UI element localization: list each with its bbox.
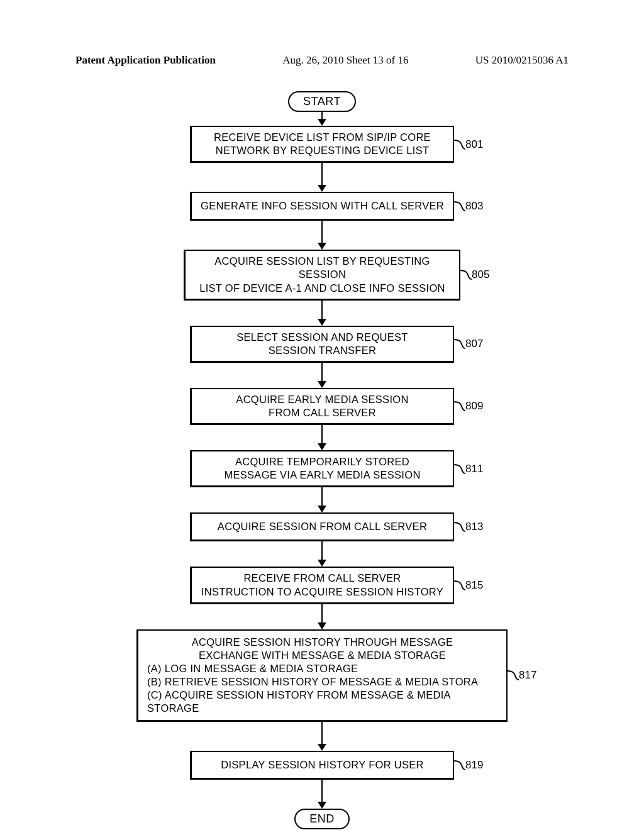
arrow-head-icon: [318, 802, 326, 809]
step-813: ACQUIRE SESSION FROM CALL SERVER 813: [190, 512, 454, 541]
arrow: [318, 604, 326, 629]
arrow-line: [321, 221, 323, 243]
arrow-line: [321, 425, 323, 444]
process-box: RECEIVE DEVICE LIST FROM SIP/IP CORENETW…: [190, 126, 454, 163]
step-811: ACQUIRE TEMPORARILY STOREDMESSAGE VIA EA…: [190, 450, 454, 487]
process-box: RECEIVE FROM CALL SERVERINSTRUCTION TO A…: [190, 567, 454, 604]
step-807: SELECT SESSION AND REQUESTSESSION TRANSF…: [190, 326, 454, 363]
process-box: GENERATE INFO SESSION WITH CALL SERVER: [190, 192, 454, 221]
step-id: 807: [465, 338, 483, 350]
arrow-line: [321, 487, 323, 506]
leader-curve-icon: [454, 759, 465, 772]
arrow-head-icon: [318, 319, 326, 326]
step-817: ACQUIRE SESSION HISTORY THROUGH MESSAGE …: [136, 629, 508, 722]
step-id: 809: [465, 400, 483, 412]
arrow: [318, 221, 326, 250]
arrow-head-icon: [318, 185, 326, 192]
leader-curve-icon: [508, 669, 519, 682]
step-809: ACQUIRE EARLY MEDIA SESSIONFROM CALL SER…: [190, 388, 454, 425]
step-id: 815: [465, 579, 483, 592]
process-box: SELECT SESSION AND REQUESTSESSION TRANSF…: [190, 326, 454, 363]
leader-curve-icon: [454, 521, 465, 533]
process-line: (A) LOG IN MESSAGE & MEDIA STORAGE: [147, 662, 497, 675]
arrow-head-icon: [318, 560, 326, 567]
process-line: EXCHANGE WITH MESSAGE & MEDIA STORAGE: [147, 649, 497, 662]
step-801: RECEIVE DEVICE LIST FROM SIP/IP CORENETW…: [190, 126, 454, 163]
arrow-line: [321, 541, 323, 560]
step-id: 801: [465, 138, 483, 151]
arrow: [318, 363, 326, 388]
process-box: ACQUIRE SESSION FROM CALL SERVER: [190, 512, 454, 541]
arrow: [318, 425, 326, 450]
process-box: ACQUIRE EARLY MEDIA SESSIONFROM CALL SER…: [190, 388, 454, 425]
arrow: [318, 163, 326, 192]
arrow-head-icon: [318, 744, 326, 751]
process-box: ACQUIRE SESSION LIST BY REQUESTING SESSI…: [184, 250, 460, 300]
process-line: (C) ACQUIRE SESSION HISTORY FROM MESSAGE…: [147, 689, 497, 715]
step-id: 811: [465, 463, 483, 475]
arrow-line: [321, 163, 323, 185]
process-line: ACQUIRE SESSION HISTORY THROUGH MESSAGE: [147, 636, 497, 649]
page-header: Patent Application Publication Aug. 26, …: [0, 54, 644, 67]
step-id: 813: [465, 521, 483, 533]
arrow-head-icon: [318, 443, 326, 450]
arrow-head-icon: [318, 506, 326, 512]
arrow: [318, 780, 326, 809]
arrow: [318, 112, 326, 126]
leader-curve-icon: [460, 268, 472, 281]
step-819: DISPLAY SESSION HISTORY FOR USER 819: [190, 751, 454, 780]
step-id: 817: [519, 669, 536, 682]
arrow-line: [321, 780, 323, 802]
arrow-line: [321, 363, 323, 382]
step-805: ACQUIRE SESSION LIST BY REQUESTING SESSI…: [184, 250, 460, 300]
step-815: RECEIVE FROM CALL SERVERINSTRUCTION TO A…: [190, 567, 454, 604]
header-center: Aug. 26, 2010 Sheet 13 of 16: [282, 54, 408, 67]
arrow-line: [321, 722, 323, 744]
step-id: 805: [472, 268, 489, 281]
flowchart: START RECEIVE DEVICE LIST FROM SIP/IP CO…: [0, 91, 644, 830]
arrow-head-icon: [318, 119, 326, 126]
arrow-head-icon: [318, 243, 326, 250]
leader-curve-icon: [454, 579, 465, 592]
leader-curve-icon: [454, 338, 465, 350]
process-box: ACQUIRE TEMPORARILY STOREDMESSAGE VIA EA…: [190, 450, 454, 487]
header-left: Patent Application Publication: [75, 54, 216, 67]
arrow: [318, 722, 326, 751]
step-803: GENERATE INFO SESSION WITH CALL SERVER 8…: [190, 192, 454, 221]
arrow-head-icon: [318, 381, 326, 388]
leader-curve-icon: [454, 400, 465, 412]
arrow: [318, 301, 326, 326]
process-box: ACQUIRE SESSION HISTORY THROUGH MESSAGE …: [136, 629, 508, 722]
process-line: (B) RETRIEVE SESSION HISTORY OF MESSAGE …: [147, 675, 497, 689]
arrow-head-icon: [318, 622, 326, 629]
arrow: [318, 487, 326, 512]
end-terminator: END: [294, 809, 350, 829]
arrow-line: [321, 604, 323, 623]
start-terminator: START: [288, 91, 356, 112]
process-box: DISPLAY SESSION HISTORY FOR USER: [190, 751, 454, 780]
leader-curve-icon: [454, 463, 465, 475]
leader-curve-icon: [454, 200, 465, 213]
arrow: [318, 541, 326, 567]
arrow-line: [321, 301, 323, 319]
step-id: 803: [465, 200, 483, 213]
leader-curve-icon: [454, 138, 465, 151]
step-id: 819: [465, 759, 483, 772]
header-right: US 2010/0215036 A1: [475, 54, 569, 67]
